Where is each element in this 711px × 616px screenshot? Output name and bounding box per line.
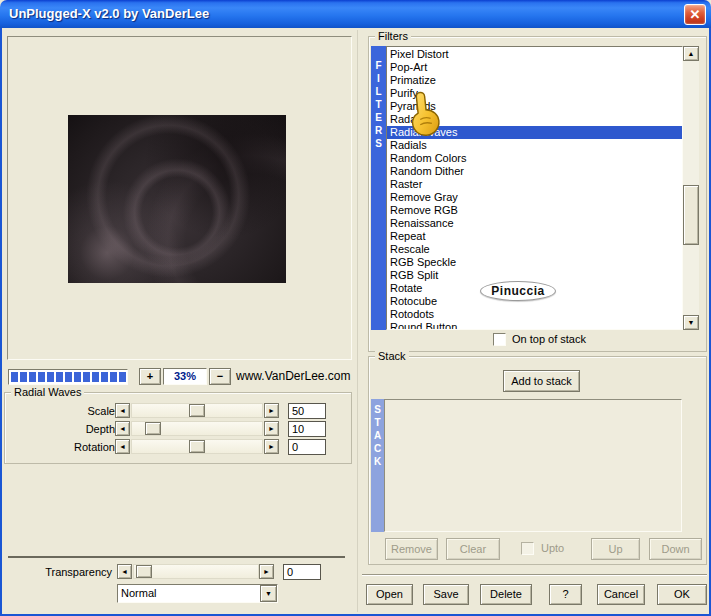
transparency-track[interactable]: [133, 564, 259, 579]
depth-slider-row: Depth ◄ ► 10: [9, 421, 349, 437]
down-button[interactable]: Down: [649, 538, 702, 560]
progress-segment: [20, 372, 27, 382]
progress-bar: [8, 369, 128, 385]
rotation-slider-row: Rotation ◄ ► 0: [9, 439, 349, 455]
scale-slider-row: Scale ◄ ► 50: [9, 403, 349, 419]
transparency-right-arrow[interactable]: ►: [259, 564, 274, 579]
filter-item[interactable]: RGB Speckle: [387, 256, 682, 269]
filter-item[interactable]: RGB Split: [387, 269, 682, 282]
scrollbar-thumb[interactable]: [683, 185, 699, 245]
transparency-value[interactable]: 0: [283, 564, 321, 580]
transparency-thumb[interactable]: [136, 565, 152, 578]
ok-button[interactable]: OK: [657, 584, 707, 605]
scale-label: Scale: [9, 405, 115, 417]
save-button[interactable]: Save: [423, 584, 469, 605]
filter-item[interactable]: Repeat: [387, 230, 682, 243]
scale-left-arrow[interactable]: ◄: [115, 403, 130, 418]
rotation-right-arrow[interactable]: ►: [264, 439, 279, 454]
close-icon[interactable]: ✕: [684, 4, 706, 25]
zoom-out-button[interactable]: −: [209, 368, 231, 385]
progress-segment: [101, 372, 108, 382]
depth-value[interactable]: 10: [288, 421, 326, 437]
depth-right-arrow[interactable]: ►: [264, 421, 279, 436]
filter-item[interactable]: Renaissance: [387, 217, 682, 230]
depth-label: Depth: [9, 423, 115, 435]
transparency-slider-row: Transparency ◄ ► 0: [4, 564, 344, 580]
filter-list-scrollbar[interactable]: ▲ ▼: [683, 46, 699, 330]
add-to-stack-button[interactable]: Add to stack: [503, 370, 580, 392]
depth-track[interactable]: [131, 421, 263, 436]
depth-thumb[interactable]: [145, 422, 161, 435]
params-group-label: Radial Waves: [11, 385, 84, 399]
title-bar[interactable]: UnPlugged-X v2.0 by VanDerLee ✕: [0, 0, 711, 28]
scale-thumb[interactable]: [189, 404, 205, 417]
scale-right-arrow[interactable]: ►: [264, 403, 279, 418]
watermark-badge: Pinuccia: [480, 281, 556, 301]
zoom-in-button[interactable]: +: [139, 368, 161, 385]
filter-item[interactable]: Radials: [387, 139, 682, 152]
rotation-track[interactable]: [131, 439, 263, 454]
blend-mode-select[interactable]: Normal ▼: [117, 584, 278, 603]
rotation-label: Rotation: [9, 441, 115, 453]
left-divider: [8, 556, 345, 558]
rotation-thumb[interactable]: [189, 440, 205, 453]
stack-list[interactable]: [384, 399, 682, 532]
filter-item[interactable]: Pixel Distort: [387, 48, 682, 61]
open-button[interactable]: Open: [366, 584, 413, 605]
transparency-left-arrow[interactable]: ◄: [117, 564, 132, 579]
up-button[interactable]: Up: [591, 538, 640, 560]
depth-left-arrow[interactable]: ◄: [115, 421, 130, 436]
filter-item[interactable]: Remove Gray: [387, 191, 682, 204]
website-link[interactable]: www.VanDerLee.com: [236, 368, 351, 385]
scrollbar-down-icon[interactable]: ▼: [683, 315, 699, 330]
scale-value[interactable]: 50: [288, 403, 326, 419]
progress-segment: [74, 372, 81, 382]
remove-button[interactable]: Remove: [385, 538, 438, 560]
filter-item[interactable]: Primatize: [387, 74, 682, 87]
right-divider: [362, 574, 707, 576]
clear-button[interactable]: Clear: [446, 538, 500, 560]
blend-mode-value: Normal: [121, 586, 156, 601]
progress-segment: [110, 372, 117, 382]
progress-segment: [47, 372, 54, 382]
scale-track[interactable]: [131, 403, 263, 418]
filter-item[interactable]: Rescale: [387, 243, 682, 256]
filter-item[interactable]: Random Colors: [387, 152, 682, 165]
help-button[interactable]: ?: [549, 584, 582, 605]
upto-checkbox[interactable]: [521, 542, 534, 555]
cancel-button[interactable]: Cancel: [597, 584, 645, 605]
progress-segment: [83, 372, 90, 382]
progress-segment: [119, 372, 126, 382]
filters-strip: FILTERS: [371, 46, 386, 330]
transparency-label: Transparency: [4, 566, 112, 578]
params-group: Radial Waves Scale ◄ ► 50 Depth ◄ ► 10 R…: [4, 392, 352, 464]
column-divider: [357, 30, 358, 612]
preview-image[interactable]: [68, 115, 286, 283]
window-border-left: [0, 28, 2, 614]
unplugged-x-dialog: UnPlugged-X v2.0 by VanDerLee ✕ + 33% − …: [0, 0, 711, 616]
progress-segment: [29, 372, 36, 382]
hand-cursor-icon: [405, 88, 444, 141]
rotation-value[interactable]: 0: [288, 439, 326, 455]
on-top-checkbox[interactable]: [493, 333, 506, 346]
window-title: UnPlugged-X v2.0 by VanDerLee: [9, 0, 209, 28]
dropdown-arrow-icon[interactable]: ▼: [260, 585, 277, 602]
on-top-label: On top of stack: [512, 332, 586, 347]
filter-item[interactable]: Round Button: [387, 321, 682, 330]
delete-button[interactable]: Delete: [480, 584, 532, 605]
filters-group-label: Filters: [375, 29, 411, 43]
progress-segment: [65, 372, 72, 382]
progress-segment: [11, 372, 18, 382]
filter-item[interactable]: Remove RGB: [387, 204, 682, 217]
rotation-left-arrow[interactable]: ◄: [115, 439, 130, 454]
filter-item[interactable]: Pop-Art: [387, 61, 682, 74]
upto-label: Upto: [541, 541, 564, 556]
filter-item[interactable]: Raster: [387, 178, 682, 191]
zoom-level: 33%: [163, 368, 207, 385]
filter-item[interactable]: Random Dither: [387, 165, 682, 178]
preview-panel: [7, 36, 352, 360]
scrollbar-up-icon[interactable]: ▲: [683, 46, 699, 61]
progress-segment: [92, 372, 99, 382]
filter-item[interactable]: Rotodots: [387, 308, 682, 321]
stack-strip: STACK: [371, 399, 384, 532]
